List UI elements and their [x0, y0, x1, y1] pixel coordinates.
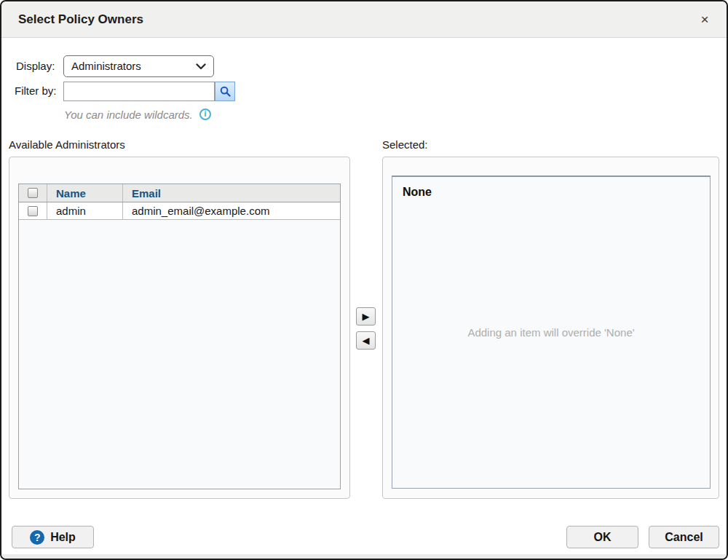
- filter-by-label: Filter by:: [15, 81, 57, 101]
- filter-input[interactable]: [63, 82, 215, 101]
- select-all-checkbox[interactable]: [28, 188, 38, 198]
- column-header-name: Name: [47, 184, 123, 202]
- search-button[interactable]: [215, 82, 235, 101]
- available-list: Name Email admin admin_email@example.com: [18, 184, 341, 489]
- right-arrow-icon: ▶: [363, 311, 370, 322]
- row-checkbox-cell: [19, 202, 47, 219]
- close-icon[interactable]: ×: [696, 11, 713, 28]
- selected-placeholder: Adding an item will override 'None': [392, 326, 710, 338]
- selected-label: Selected:: [382, 138, 428, 151]
- help-icon: ?: [30, 530, 44, 545]
- left-arrow-icon: ◀: [363, 335, 370, 346]
- help-button[interactable]: ? Help: [12, 526, 94, 548]
- info-icon[interactable]: i: [199, 109, 211, 120]
- available-administrators-label: Available Administrators: [9, 138, 125, 151]
- row-email: admin_email@example.com: [123, 202, 340, 219]
- row-name: admin: [47, 202, 123, 219]
- dialog-bottom-edge: [1, 554, 727, 559]
- remove-selected-button[interactable]: ◀: [356, 331, 376, 350]
- display-label: Display:: [16, 55, 55, 77]
- selected-list: None Adding an item will override 'None': [392, 176, 711, 489]
- cancel-button-label: Cancel: [665, 531, 703, 544]
- table-row[interactable]: admin admin_email@example.com: [19, 202, 340, 220]
- available-panel: Name Email admin admin_email@example.com: [9, 157, 350, 499]
- selected-value: None: [403, 186, 432, 199]
- search-icon: [219, 85, 232, 98]
- table-header-row: Name Email: [19, 184, 340, 202]
- help-button-label: Help: [50, 531, 76, 544]
- selected-panel: None Adding an item will override 'None': [382, 157, 719, 499]
- display-select-value: Administrators: [71, 56, 196, 76]
- chevron-down-icon: [196, 63, 206, 70]
- cancel-button[interactable]: Cancel: [649, 526, 719, 548]
- ok-button[interactable]: OK: [566, 526, 638, 548]
- row-checkbox[interactable]: [28, 206, 38, 216]
- dialog-header: Select Policy Owners ×: [1, 1, 727, 38]
- select-policy-owners-dialog: Select Policy Owners × Display: Administ…: [0, 0, 728, 560]
- dialog-title: Select Policy Owners: [18, 1, 143, 38]
- add-selected-button[interactable]: ▶: [356, 307, 376, 326]
- display-select[interactable]: Administrators: [63, 55, 214, 77]
- wildcard-hint-row: You can include wildcards. i: [64, 107, 211, 122]
- select-all-cell: [19, 184, 47, 202]
- ok-button-label: OK: [594, 531, 612, 544]
- column-header-email: Email: [123, 184, 340, 202]
- wildcard-hint-text: You can include wildcards.: [64, 109, 193, 121]
